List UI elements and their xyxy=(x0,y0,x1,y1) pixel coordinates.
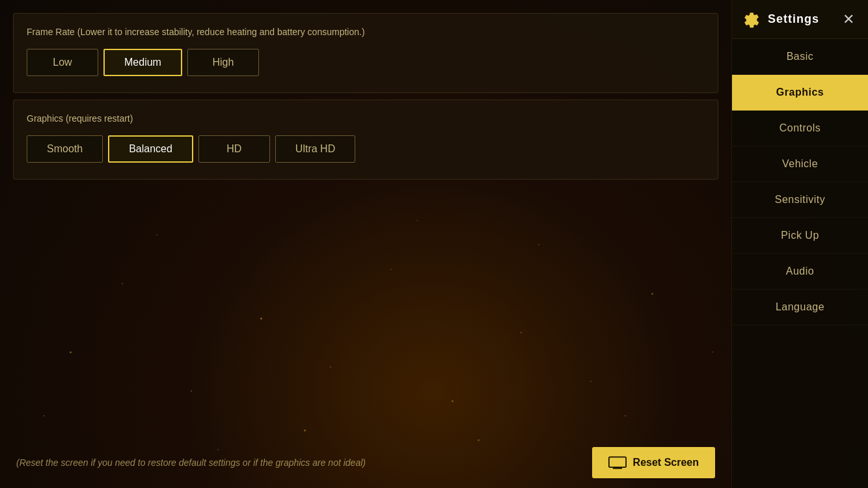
sidebar-item-vehicle[interactable]: Vehicle xyxy=(732,146,868,182)
bottom-bar: (Reset the screen if you need to restore… xyxy=(0,437,731,488)
sidebar-item-controls[interactable]: Controls xyxy=(732,111,868,146)
sidebar-item-audio[interactable]: Audio xyxy=(732,254,868,290)
reset-hint: (Reset the screen if you need to restore… xyxy=(16,457,366,468)
graphics-ultrahd-btn[interactable]: Ultra HD xyxy=(275,135,355,163)
sidebar-item-language[interactable]: Language xyxy=(732,290,868,325)
svg-rect-0 xyxy=(608,457,625,467)
sidebar: Settings ✕ Basic Graphics Controls Vehic… xyxy=(731,0,868,488)
graphics-smooth-btn[interactable]: Smooth xyxy=(27,135,103,163)
gear-icon xyxy=(742,10,760,29)
frame-rate-high-btn[interactable]: High xyxy=(187,49,259,76)
reset-screen-label: Reset Screen xyxy=(633,457,699,468)
close-button[interactable]: ✕ xyxy=(839,10,858,29)
main-layout: Frame Rate (Lower it to increase stabili… xyxy=(0,0,868,488)
frame-rate-low-btn[interactable]: Low xyxy=(27,49,98,76)
content-area: Frame Rate (Lower it to increase stabili… xyxy=(0,0,731,488)
sidebar-item-sensitivity[interactable]: Sensitivity xyxy=(732,182,868,218)
graphics-options: Smooth Balanced HD Ultra HD xyxy=(27,135,705,163)
monitor-icon xyxy=(608,456,627,469)
frame-rate-options: Low Medium High xyxy=(27,49,705,76)
graphics-title: Graphics (requires restart) xyxy=(27,113,705,124)
sidebar-header: Settings ✕ xyxy=(732,0,868,39)
frame-rate-title: Frame Rate (Lower it to increase stabili… xyxy=(27,27,705,37)
sidebar-title: Settings xyxy=(768,12,819,26)
sidebar-item-basic[interactable]: Basic xyxy=(732,39,868,75)
frame-rate-panel: Frame Rate (Lower it to increase stabili… xyxy=(13,13,718,93)
frame-rate-medium-btn[interactable]: Medium xyxy=(103,49,182,76)
sidebar-item-pickup[interactable]: Pick Up xyxy=(732,218,868,254)
reset-screen-button[interactable]: Reset Screen xyxy=(592,447,715,478)
sidebar-item-graphics[interactable]: Graphics xyxy=(732,75,868,111)
graphics-panel: Graphics (requires restart) Smooth Balan… xyxy=(13,100,718,180)
graphics-hd-btn[interactable]: HD xyxy=(198,135,270,163)
graphics-balanced-btn[interactable]: Balanced xyxy=(108,135,193,163)
